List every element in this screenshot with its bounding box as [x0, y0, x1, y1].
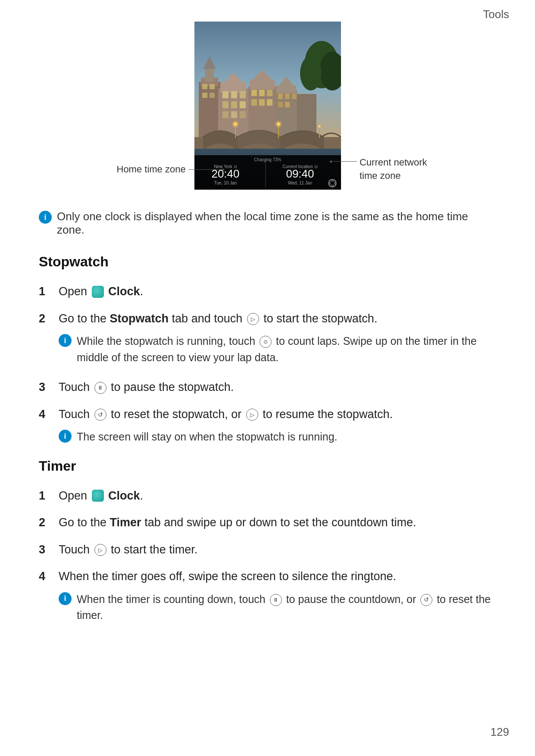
- reset-icon-sw4: ↺: [94, 409, 106, 421]
- svg-rect-42: [285, 102, 290, 107]
- header-title: Tools: [483, 8, 509, 21]
- svg-rect-30: [267, 90, 272, 96]
- stopwatch-step-2: 2 Go to the Stopwatch tab and touch ▷ to…: [39, 310, 496, 369]
- timer-section: Timer 1 Open Clock. 2 Go to the Timer ta…: [39, 458, 496, 627]
- svg-rect-33: [267, 99, 272, 106]
- svg-rect-17: [231, 91, 237, 98]
- svg-text:Charging 73%: Charging 73%: [254, 157, 281, 162]
- svg-rect-39: [285, 94, 290, 99]
- annotation-home-label: Home time zone: [117, 164, 186, 175]
- play-icon-sw2: ▷: [247, 313, 259, 325]
- svg-rect-16: [222, 91, 228, 98]
- clock-app-icon-t1: [92, 490, 104, 502]
- svg-rect-28: [251, 90, 257, 96]
- svg-rect-12: [210, 93, 215, 98]
- stopwatch-step-1: 1 Open Clock.: [39, 283, 496, 300]
- annotation-network-timezone: Current networktime zone: [331, 156, 427, 183]
- stopwatch-sub-note-2: i The screen will stay on when the stopw…: [59, 429, 496, 445]
- timer-step-2: 2 Go to the Timer tab and swipe up or do…: [39, 514, 496, 531]
- svg-rect-11: [202, 93, 207, 98]
- svg-rect-40: [292, 94, 297, 99]
- annotation-network-label: Current networktime zone: [360, 156, 427, 183]
- svg-rect-24: [240, 111, 246, 118]
- annotation-home-timezone: Home time zone: [117, 164, 223, 175]
- stopwatch-heading: Stopwatch: [39, 254, 496, 270]
- play-icon-t3: ▷: [94, 544, 106, 556]
- page-header: Tools: [483, 8, 509, 21]
- svg-point-53: [275, 121, 282, 128]
- info-icon-t1: i: [59, 592, 72, 605]
- main-content: Charging 73% New York ⊙ 20:40 Tue, 10 Ja…: [0, 0, 535, 680]
- svg-rect-21: [240, 101, 246, 108]
- phone-screenshot-container: Charging 73% New York ⊙ 20:40 Tue, 10 Ja…: [100, 22, 436, 193]
- timer-step-3: 3 Touch ▷ to start the timer.: [39, 541, 496, 559]
- lap-icon: ⊙: [260, 336, 272, 348]
- svg-rect-20: [231, 101, 237, 108]
- svg-rect-10: [210, 84, 215, 89]
- svg-point-50: [232, 121, 239, 128]
- clock-app-icon-sw1: [92, 286, 104, 298]
- stopwatch-step-3: 3 Touch ⏸ to pause the stopwatch.: [39, 378, 496, 396]
- svg-rect-31: [251, 99, 257, 106]
- timer-heading: Timer: [39, 458, 496, 474]
- timer-step-4: 4 When the timer goes off, swipe the scr…: [39, 568, 496, 627]
- svg-rect-18: [240, 91, 246, 98]
- svg-text:Tue, 10 Jan: Tue, 10 Jan: [214, 181, 236, 185]
- svg-rect-41: [278, 102, 283, 107]
- svg-text:09:40: 09:40: [286, 167, 314, 180]
- svg-rect-38: [278, 94, 283, 99]
- pause-icon-sw3: ⏸: [94, 382, 106, 394]
- info-note-1-text: Only one clock is displayed when the loc…: [57, 210, 496, 237]
- info-icon-1: i: [39, 211, 52, 224]
- svg-rect-22: [222, 111, 228, 118]
- clock-label-sw1: Clock: [108, 285, 140, 298]
- svg-point-4: [300, 56, 322, 91]
- info-note-1: i Only one clock is displayed when the l…: [39, 210, 496, 237]
- stopwatch-steps: 1 Open Clock. 2 Go to the Stopwatch tab …: [39, 283, 496, 449]
- stopwatch-section: Stopwatch 1 Open Clock. 2 Go to the Stop…: [39, 254, 496, 449]
- play-icon-sw4: ▷: [246, 409, 258, 421]
- svg-rect-9: [202, 84, 207, 89]
- clock-label-t1: Clock: [108, 489, 140, 502]
- timer-step-1: 1 Open Clock.: [39, 487, 496, 505]
- reset-icon-t: ↺: [420, 594, 432, 606]
- svg-rect-29: [259, 90, 265, 96]
- svg-rect-23: [231, 111, 237, 118]
- stopwatch-sub-note-1: i While the stopwatch is running, touch …: [59, 333, 496, 366]
- svg-point-55: [318, 125, 321, 128]
- stopwatch-step-4: 4 Touch ↺ to reset the stopwatch, or ▷ t…: [39, 406, 496, 449]
- timer-sub-note: i When the timer is counting down, touch…: [59, 591, 496, 624]
- info-icon-sw2: i: [59, 430, 72, 443]
- svg-text:Wed, 11 Jan: Wed, 11 Jan: [288, 181, 312, 185]
- phone-annotation-area: Charging 73% New York ⊙ 20:40 Tue, 10 Ja…: [39, 22, 496, 193]
- svg-rect-19: [222, 101, 228, 108]
- svg-rect-32: [259, 99, 265, 106]
- timer-steps: 1 Open Clock. 2 Go to the Timer tab and …: [39, 487, 496, 627]
- page-number: 129: [491, 725, 509, 739]
- info-icon-sw1: i: [59, 334, 72, 347]
- pause-icon-t: ⏸: [270, 594, 282, 606]
